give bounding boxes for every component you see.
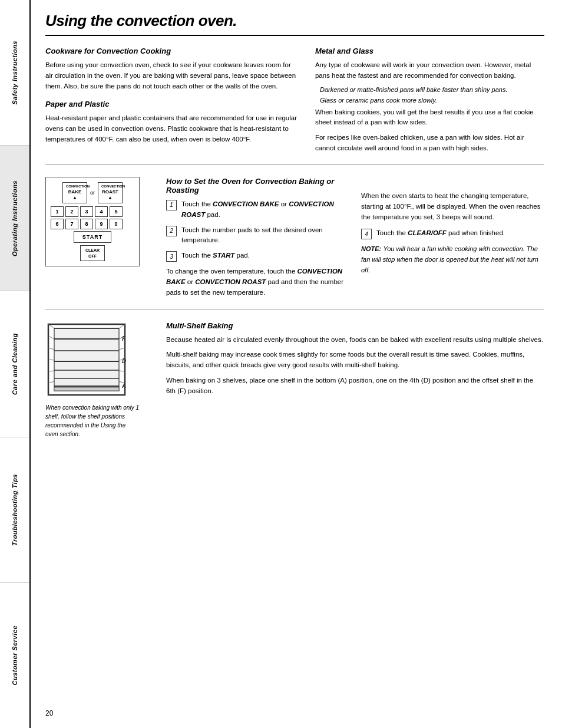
roast-arrow: ▲ [101, 195, 119, 201]
svg-rect-23 [54, 387, 119, 391]
svg-line-3 [48, 336, 54, 339]
metal-glass-title: Metal and Glass [315, 47, 544, 55]
sidebar-tab-troubleshooting[interactable]: Troubleshooting Tips [0, 437, 29, 583]
multi-shelf-title: Multi-Shelf Baking [166, 321, 544, 330]
svg-line-12 [119, 371, 125, 371]
step-num-3: 3 [166, 251, 177, 262]
roast-label: ROAST [102, 189, 118, 195]
oven-heat-text: When the oven starts to heat the changin… [361, 191, 544, 222]
svg-line-4 [48, 348, 54, 350]
svg-line-7 [48, 381, 54, 383]
clear-off-ref: CLEAR/OFF [408, 229, 447, 236]
svg-text:D: D [122, 358, 126, 364]
how-to-section: How to Set the Oven for Convection Bakin… [166, 177, 349, 298]
sidebar-tab-safety[interactable]: Safety Instructions [0, 0, 29, 146]
start-ref: START [213, 252, 234, 259]
keypad-diagram-container: CONVECTION BAKE ▲ or CONVECTION ROAST ▲ [45, 177, 154, 298]
note-bold-label: NOTE: [361, 245, 381, 252]
key-0[interactable]: 0 [110, 219, 123, 229]
step-1: 1 Touch the CONVECTION BAKE or CONVECTIO… [166, 199, 349, 220]
convection-roast-btn[interactable]: CONVECTION ROAST ▲ [98, 182, 123, 204]
multi-shelf-body3: When baking on 3 shelves, place one shel… [166, 375, 544, 397]
start-btn-container: START [51, 231, 134, 243]
diagram-caption: When convection baking with only 1 shelf… [45, 403, 140, 439]
paper-plastic-title: Paper and Plastic [45, 100, 297, 108]
step-num-2: 2 [166, 226, 177, 236]
sidebar-tab-operating[interactable]: Operating Instructions [0, 146, 29, 291]
key-8[interactable]: 8 [80, 219, 93, 229]
key-2[interactable]: 2 [65, 206, 78, 217]
sidebar-tab-troubleshooting-label: Troubleshooting Tips [11, 474, 18, 546]
how-to-title: How to Set the Oven for Convection Bakin… [166, 177, 349, 195]
section-middle: CONVECTION BAKE ▲ or CONVECTION ROAST ▲ [45, 177, 544, 309]
cookware-body: Before using your convection oven, check… [45, 60, 297, 91]
number-row-2: 6 7 8 9 0 [51, 219, 134, 229]
convection-bake-btn[interactable]: CONVECTION BAKE ▲ [62, 182, 87, 204]
or-label: or [90, 190, 95, 196]
number-row-1: 1 2 3 4 5 [51, 206, 134, 217]
start-btn[interactable]: START [74, 231, 111, 243]
key-7[interactable]: 7 [65, 219, 78, 229]
convection-bake-label: CONVECTION [66, 185, 84, 189]
metal-glass-body2: When baking cookies, you will get the be… [315, 107, 544, 129]
sidebar-tab-operating-label: Operating Instructions [11, 180, 18, 256]
multi-shelf-body2: Multi-shelf baking may increase cook tim… [166, 350, 544, 371]
metal-glass-note2: Glass or ceramic pans cook more slowly. [320, 97, 544, 104]
bake-label: BAKE [68, 189, 82, 195]
page-number: 20 [45, 709, 53, 717]
section-top: Cookware for Convection Cooking Before u… [45, 47, 544, 165]
key-6[interactable]: 6 [51, 219, 64, 229]
sidebar: Safety Instructions Operating Instructio… [0, 0, 31, 728]
step-num-4: 4 [361, 229, 372, 239]
sidebar-tab-care-label: Care and Cleaning [11, 333, 18, 395]
cookware-title: Cookware for Convection Cooking [45, 47, 297, 55]
key-3[interactable]: 3 [80, 206, 93, 217]
key-4[interactable]: 4 [95, 206, 108, 217]
svg-text:A: A [121, 383, 126, 389]
step-num-1: 1 [166, 200, 177, 210]
key-1[interactable]: 1 [51, 206, 64, 217]
main-content: Using the convection oven. Cookware for … [31, 0, 562, 728]
oven-keypad: CONVECTION BAKE ▲ or CONVECTION ROAST ▲ [45, 177, 140, 266]
step-4: 4 Touch the CLEAR/OFF pad when finished. [361, 228, 544, 239]
step-text-1: Touch the CONVECTION BAKE or CONVECTION … [181, 199, 349, 220]
section-bottom: F D A [45, 321, 544, 439]
oven-cross-section-container: F D A [45, 321, 154, 439]
change-temp-text: To change the oven temperature, touch th… [166, 266, 349, 298]
sidebar-tab-care[interactable]: Care and Cleaning [0, 291, 29, 437]
svg-line-5 [48, 360, 54, 360]
sidebar-tab-customer[interactable]: Customer Service [0, 583, 29, 728]
how-to-right: When the oven starts to heat the changin… [361, 177, 544, 298]
metal-glass-note1: Darkened or matte-finished pans will bak… [320, 86, 544, 93]
metal-glass-body1: Any type of cookware will work in your c… [315, 60, 544, 81]
svg-rect-1 [54, 328, 119, 391]
key-5[interactable]: 5 [110, 206, 123, 217]
bake-arrow: ▲ [66, 195, 84, 201]
note-text: NOTE: You will hear a fan while cooking … [361, 244, 544, 275]
step-3: 3 Touch the START pad. [166, 251, 349, 262]
step-text-4: Touch the CLEAR/OFF pad when finished. [376, 228, 505, 239]
metal-glass-section: Metal and Glass Any type of cookware wil… [315, 47, 544, 154]
sidebar-tab-safety-label: Safety Instructions [11, 41, 18, 105]
step-text-3: Touch the START pad. [181, 251, 250, 261]
keypad-top-row: CONVECTION BAKE ▲ or CONVECTION ROAST ▲ [51, 182, 134, 204]
convection-roast-label: CONVECTION [101, 185, 119, 189]
note-content: You will hear a fan while cooking with c… [361, 245, 538, 274]
sidebar-tab-customer-label: Customer Service [11, 625, 18, 686]
metal-glass-body3: For recipes like oven-baked chicken, use… [315, 133, 544, 154]
convection-bake-ref: CONVECTION BAKE [213, 200, 279, 207]
oven-cross-section-svg: F D A [45, 321, 134, 398]
multi-shelf-body1: Because heated air is circulated evenly … [166, 335, 544, 345]
page-title: Using the convection oven. [45, 12, 544, 30]
svg-text:F: F [122, 335, 126, 342]
clear-btn-container: CLEAROFF [51, 245, 134, 261]
multi-shelf-section: Multi-Shelf Baking Because heated air is… [166, 321, 544, 439]
step-text-2: Touch the number pads to set the desired… [181, 225, 349, 246]
svg-line-6 [48, 371, 54, 371]
key-9[interactable]: 9 [95, 219, 108, 229]
cookware-section: Cookware for Convection Cooking Before u… [45, 47, 297, 154]
title-divider [45, 35, 544, 36]
clear-btn[interactable]: CLEAROFF [80, 245, 105, 261]
convection-roast-ref2: CONVECTION ROAST [195, 278, 266, 285]
svg-line-10 [119, 348, 125, 350]
